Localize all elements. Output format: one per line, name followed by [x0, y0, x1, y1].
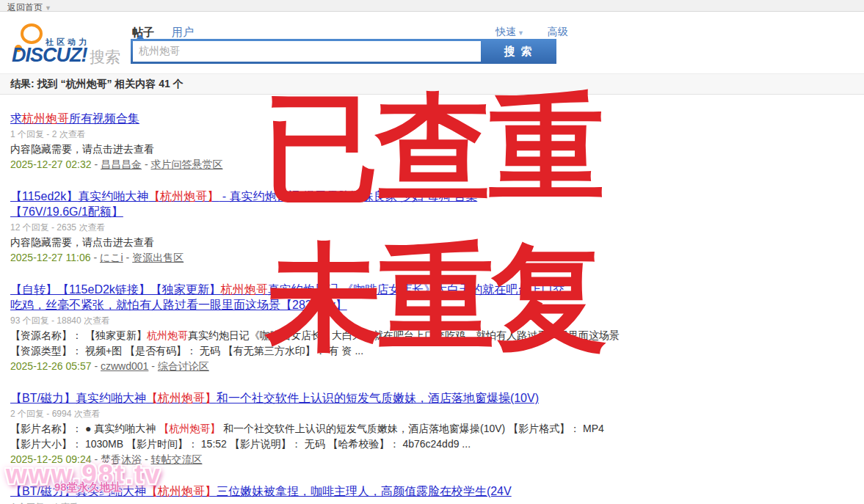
result-date: 2025-12-27 11:06 — [10, 252, 91, 263]
result-date: 2025-12-26 05:57 — [10, 360, 92, 372]
text-segment: 【BT/磁力】真实约啪大神 — [10, 392, 146, 404]
highlighted-keyword: 【杭州炮哥】 — [146, 485, 217, 497]
highlighted-keyword: 杭州炮哥 — [22, 112, 69, 125]
logo-suffix: 搜索 — [90, 47, 120, 67]
text-segment: 真实约炮日记.《咖啡店女店长》大白天的就在吧台上口交 — [268, 283, 564, 296]
search-button[interactable]: 搜 索 — [481, 39, 556, 64]
tab-users[interactable]: 用户 — [172, 26, 194, 40]
search-page: 返回首页▼ 社区动力 DISCUZ! 搜索 帖子 用户 搜 索 快速▼ 高级 结… — [0, 0, 864, 504]
result-date: 2025-12-25 09:24 — [10, 453, 92, 465]
result-snippet: 【影片名称】： ● 真实约啪大神 【杭州炮哥】 和一个社交软件上认识的短发气质嫩… — [10, 421, 627, 452]
result-forum-link[interactable]: 综合讨论区 — [158, 360, 209, 372]
text-segment: 和一个社交软件上认识的短发气质嫩妹，酒店落地窗爆操(10V) — [217, 392, 539, 404]
return-home-link[interactable]: 返回首页▼ — [7, 1, 51, 12]
text-segment: 求 — [10, 112, 22, 125]
top-navigation-bar: 返回首页▼ — [0, 0, 864, 12]
text-segment: 吃鸡，丝毫不紧张，就怕有人路过看一眼里面这场景【283P/1v】 — [10, 299, 347, 311]
search-mode-links: 快速▼ 高级 — [495, 26, 568, 39]
result-snippet: 内容隐藏需要，请点击进去查看 — [10, 142, 627, 157]
search-result: 【115ed2k】真实约啪大神【杭州炮哥】 - 真实约炮日记 爆干露脸嫩妹良家 … — [10, 189, 627, 266]
search-result: 求杭州炮哥所有视频合集 1 个回复 - 2 次查看 内容隐藏需要，请点击进去查看… — [10, 111, 627, 172]
text-segment: 【自转】【115eD2k链接】【独家更新】 — [10, 283, 221, 296]
result-meta: 2025-12-25 09:24 - 焚香沐浴 - 转帖交流区 — [10, 452, 627, 467]
text-segment: 【影片名称】： ● 真实约啪大神 — [10, 423, 159, 434]
text-segment: 【BT/磁力】真实约啪大神 — [10, 485, 146, 497]
result-date: 2025-12-27 02:32 — [10, 158, 92, 170]
text-segment: 所有视频合集 — [69, 112, 139, 125]
result-author-link[interactable]: にこi — [100, 252, 123, 263]
result-title-link[interactable]: 【自转】【115eD2k链接】【独家更新】杭州炮哥真实约炮日记.《咖啡店女店长》… — [10, 282, 627, 313]
text-segment: 三位嫩妹被拿捏，咖啡主理人，高颜值露脸在校学生(24V — [217, 485, 512, 497]
search-result: 【BT/磁力】真实约啪大神【杭州炮哥】和一个社交软件上认识的短发气质嫩妹，酒店落… — [10, 390, 627, 467]
highlighted-keyword: 杭州炮哥 — [147, 329, 188, 341]
result-summary-bar: 结果: 找到 “杭州炮哥” 相关内容 41 个 — [0, 73, 864, 95]
search-input[interactable] — [133, 41, 481, 62]
result-author-link[interactable]: 焚香沐浴 — [101, 453, 142, 465]
result-forum-link[interactable]: 转帖交流区 — [150, 453, 202, 465]
highlighted-keyword: 【杭州炮哥】 — [146, 392, 217, 404]
result-stats: 93 个回复 - 18840 次查看 — [10, 314, 627, 328]
result-summary-text: 结果: 找到 “杭州炮哥” 相关内容 41 个 — [10, 78, 184, 90]
results-list: 求杭州炮哥所有视频合集 1 个回复 - 2 次查看 内容隐藏需要，请点击进去查看… — [0, 95, 627, 504]
result-title-link[interactable]: 【115ed2k】真实约啪大神【杭州炮哥】 - 真实约炮日记 爆干露脸嫩妹良家 … — [10, 189, 627, 219]
result-stats: 4 个回复 - 次查看 — [10, 500, 627, 504]
result-stats: 12 个回复 - 2635 次查看 — [10, 221, 627, 235]
result-title-link[interactable]: 求杭州炮哥所有视频合集 — [10, 111, 627, 126]
result-title-link[interactable]: 【BT/磁力】真实约啪大神【杭州炮哥】三位嫩妹被拿捏，咖啡主理人，高颜值露脸在校… — [10, 483, 627, 499]
result-author-link[interactable]: czwwd001 — [101, 360, 148, 372]
search-bar: 搜 索 — [131, 39, 556, 64]
text-segment: 【115ed2k】真实约啪大神 — [10, 190, 148, 202]
logo-brand: DISCUZ! — [12, 44, 87, 67]
result-snippet: 内容隐藏需要，请点击进去查看 — [10, 235, 627, 250]
result-snippet: 【资源名称】： 【独家更新】杭州炮哥真实约炮日记《咖啡店女店长》大白天的就在吧台… — [10, 328, 627, 359]
result-meta: 2025-12-26 05:57 - czwwd001 - 综合讨论区 — [10, 359, 627, 374]
result-stats: 1 个回复 - 2 次查看 — [10, 128, 627, 142]
result-forum-link[interactable]: 求片问答悬赏区 — [150, 158, 222, 170]
result-stats: 2 个回复 - 6994 次查看 — [10, 407, 627, 421]
chevron-down-icon: ▼ — [518, 29, 524, 37]
result-author-link[interactable]: 昌昌昌金 — [101, 158, 142, 170]
text-segment: 内容隐藏需要，请点击进去查看 — [10, 143, 154, 155]
advanced-search-link[interactable]: 高级 — [548, 26, 568, 37]
text-segment: 【资源名称】： 【独家更新】 — [10, 329, 147, 341]
text-segment: - 真实约炮日记 爆干露脸嫩妹良家 少妇 母狗 合集 — [219, 190, 477, 202]
result-forum-link[interactable]: 资源出售区 — [132, 252, 184, 263]
search-result: 【BT/磁力】真实约啪大神【杭州炮哥】三位嫩妹被拿捏，咖啡主理人，高颜值露脸在校… — [10, 483, 627, 504]
result-title-link[interactable]: 【BT/磁力】真实约啪大神【杭州炮哥】和一个社交软件上认识的短发气质嫩妹，酒店落… — [10, 390, 627, 406]
search-result: 【自转】【115eD2k链接】【独家更新】杭州炮哥真实约炮日记.《咖啡店女店长》… — [10, 282, 627, 374]
return-home-label: 返回首页 — [7, 2, 43, 12]
text-segment: 内容隐藏需要，请点击进去查看 — [10, 236, 154, 248]
highlighted-keyword: 杭州炮哥 — [221, 283, 268, 296]
quick-search-link[interactable]: 快速▼ — [495, 26, 526, 37]
highlighted-keyword: 【杭州炮哥】 — [159, 423, 220, 434]
chevron-down-icon: ▼ — [45, 4, 51, 12]
highlighted-keyword: 【杭州炮哥】 — [148, 190, 219, 202]
result-meta: 2025-12-27 11:06 - にこi - 资源出售区 — [10, 250, 627, 266]
text-segment: 【76V/19.6G/1配额】 — [10, 205, 123, 218]
search-header: 社区动力 DISCUZ! 搜索 帖子 用户 搜 索 快速▼ 高级 — [0, 12, 864, 73]
result-meta: 2025-12-27 02:32 - 昌昌昌金 - 求片问答悬赏区 — [10, 157, 627, 172]
